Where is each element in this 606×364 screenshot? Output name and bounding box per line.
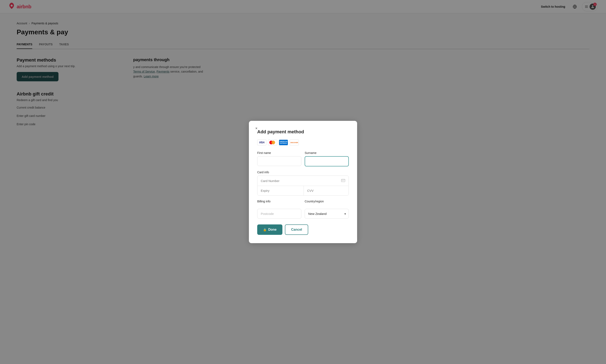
billing-info-label: Billing info — [257, 200, 301, 203]
billing-labels-row: Billing info Country/region — [257, 200, 349, 205]
surname-label: Surname — [305, 151, 349, 155]
modal-title: Add payment method — [257, 129, 349, 135]
modal-overlay: × Add payment method VISA AMERICANEXPRES… — [0, 0, 606, 364]
mc-right-circle — [271, 141, 275, 144]
postcode-input[interactable] — [257, 209, 301, 219]
done-button[interactable]: 🔒 Done — [257, 224, 282, 235]
card-input-wrapper — [257, 176, 349, 195]
card-info-label: Card info — [257, 170, 349, 174]
country-select[interactable]: New Zealand Australia United States Unit… — [305, 209, 349, 219]
visa-text: VISA — [259, 141, 264, 144]
add-payment-modal: × Add payment method VISA AMERICANEXPRES… — [249, 121, 357, 243]
discover-brand-icon: DISCOVER — [290, 140, 299, 145]
billing-section: Billing info Country/region New Zealand … — [257, 200, 349, 219]
card-brands: VISA AMERICANEXPRESS DISCOVER — [257, 140, 349, 145]
billing-inputs-row: New Zealand Australia United States Unit… — [257, 209, 349, 219]
mastercard-brand-icon — [268, 140, 277, 145]
expiry-cvv-row — [257, 186, 349, 195]
country-region-label: Country/region — [305, 200, 349, 203]
country-select-group: New Zealand Australia United States Unit… — [305, 209, 349, 219]
billing-info-group: Billing info — [257, 200, 301, 205]
name-row: First name Surname — [257, 151, 349, 166]
postcode-group — [257, 209, 301, 219]
svg-rect-5 — [341, 179, 345, 182]
card-number-input[interactable] — [261, 179, 341, 183]
visa-brand-icon: VISA — [257, 140, 266, 145]
modal-actions: 🔒 Done Cancel — [257, 224, 349, 235]
discover-text: DISCOVER — [290, 142, 298, 143]
card-number-row — [257, 176, 349, 186]
lock-icon: 🔒 — [263, 228, 267, 231]
first-name-label: First name — [257, 151, 301, 155]
surname-input[interactable] — [305, 156, 349, 166]
expiry-input[interactable] — [257, 186, 304, 195]
amex-brand-icon: AMERICANEXPRESS — [279, 140, 288, 145]
card-info-section: Card info — [257, 170, 349, 195]
first-name-input[interactable] — [257, 156, 301, 166]
surname-group: Surname — [305, 151, 349, 166]
first-name-group: First name — [257, 151, 301, 166]
card-type-icon — [341, 179, 345, 183]
mc-circles — [269, 140, 276, 144]
modal-close-button[interactable]: × — [253, 125, 260, 132]
cvv-input[interactable] — [304, 186, 349, 195]
cancel-button[interactable]: Cancel — [285, 224, 308, 235]
amex-text: AMERICANEXPRESS — [279, 141, 287, 144]
done-label: Done — [268, 228, 277, 232]
country-region-group: Country/region — [305, 200, 349, 205]
